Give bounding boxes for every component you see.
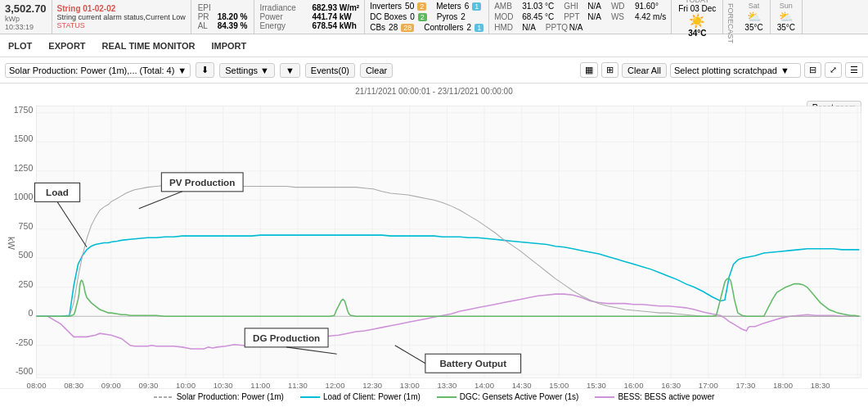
devices-block: Inverters 50 2 Meters 6 1 DC Boxes 0 2 P… — [365, 0, 489, 34]
toolbar: Solar Production: Power (1m),... (Total:… — [0, 57, 868, 84]
fullscreen-btn[interactable]: ⤢ — [825, 62, 842, 78]
svg-text:750: 750 — [19, 221, 34, 231]
scratchpad-label: Select plotting scratchpad — [674, 66, 777, 75]
power-value: 3,502.70 — [5, 2, 47, 15]
status-string: String 01-02-02 — [57, 4, 186, 13]
svg-text:15:00: 15:00 — [549, 381, 569, 388]
legend-load: Load of Client: Power (1m) — [300, 392, 421, 401]
svg-text:1250: 1250 — [14, 163, 34, 173]
top-bar: 3,502.70 kWp 10:33:19 String 01-02-02 St… — [0, 0, 868, 34]
nav-import[interactable]: IMPORT — [209, 41, 248, 51]
status-desc: String current alarm status,Current Low — [57, 13, 186, 21]
menu-btn[interactable]: ☰ — [845, 62, 863, 78]
epi-block: EPI PR 18.20 % AL 84.39 % — [191, 0, 255, 34]
download2-btn[interactable]: ▼ — [280, 63, 300, 78]
svg-text:08:00: 08:00 — [27, 381, 47, 388]
events-btn[interactable]: Events(0) — [305, 63, 355, 78]
legend-bess: BESS: BESS active power — [595, 392, 714, 401]
nav-export[interactable]: EXPORT — [47, 41, 87, 51]
al-label: AL — [198, 21, 214, 30]
status-label-text: STATUS — [57, 21, 186, 29]
pr-value: 18.20 % — [218, 12, 248, 21]
svg-text:1000: 1000 — [14, 192, 34, 201]
svg-text:09:00: 09:00 — [101, 381, 121, 388]
clear-all-btn[interactable]: Clear All — [622, 63, 667, 78]
scratchpad-select[interactable]: Select plotting scratchpad ▼ — [670, 63, 801, 78]
svg-text:16:30: 16:30 — [661, 381, 681, 388]
svg-text:-500: -500 — [16, 366, 33, 376]
chart-title: 21/11/2021 00:00:01 - 23/11/2021 00:00:0… — [0, 84, 868, 97]
svg-text:16:00: 16:00 — [624, 381, 644, 388]
power-unit: kWp — [5, 15, 47, 23]
svg-text:18:00: 18:00 — [773, 381, 793, 388]
irradiance-block: Irradiance682.93 W/m² Power441.74 kW Ene… — [254, 0, 365, 34]
svg-text:12:00: 12:00 — [326, 381, 345, 388]
selector-label: Solar Production: Power (1m),... (Total:… — [9, 66, 174, 75]
legend-dg: DGC: Gensets Active Power (1s) — [437, 392, 579, 401]
svg-text:17:00: 17:00 — [699, 381, 718, 388]
svg-text:13:00: 13:00 — [400, 381, 420, 388]
forecast-sun: Sun ⛅ 35°C — [771, 0, 803, 34]
pr-label: PR — [198, 12, 214, 21]
svg-text:08:30: 08:30 — [64, 381, 83, 388]
svg-text:15:30: 15:30 — [587, 381, 606, 388]
svg-text:13:30: 13:30 — [437, 381, 456, 388]
weather-block: TODAY Fri 03 Dec ☀️ 34°C — [672, 0, 723, 34]
svg-text:14:00: 14:00 — [474, 381, 494, 388]
download-btn[interactable]: ⬇ — [196, 62, 214, 78]
status-block: String 01-02-02 String current alarm sta… — [52, 0, 191, 34]
battery-annotation-label: Battery Output — [439, 359, 506, 369]
svg-text:11:00: 11:00 — [250, 381, 270, 388]
svg-text:1750: 1750 — [14, 105, 34, 115]
svg-text:17:30: 17:30 — [735, 381, 755, 388]
svg-text:500: 500 — [19, 250, 34, 260]
svg-text:12:30: 12:30 — [362, 381, 382, 388]
time-display: 10:33:19 — [5, 23, 47, 31]
chart-area: Reset zoom kW 1750 1500 1250 1000 750 50… — [0, 97, 868, 388]
svg-text:10:00: 10:00 — [176, 381, 196, 388]
svg-text:-250: -250 — [16, 337, 33, 347]
svg-text:1500: 1500 — [14, 133, 34, 143]
legend-solar: Solar Production: Power (1m) — [154, 392, 284, 401]
filter-btn[interactable]: ⊟ — [804, 62, 821, 78]
forecast-block: FORECAST Sat ⛅ 35°C Sun ⛅ 35°C — [723, 0, 803, 34]
svg-text:0: 0 — [28, 308, 33, 318]
chart-svg: 1750 1500 1250 1000 750 500 250 0 -250 -… — [0, 97, 868, 388]
nav-realtime[interactable]: REAL TIME MONITOR — [101, 41, 197, 51]
forecast-sat: Sat ⛅ 35°C — [738, 0, 770, 34]
al-value: 84.39 % — [218, 21, 248, 30]
pv-annotation-label: PV Production — [169, 178, 235, 188]
toolbar-right: ▦ ⊞ Clear All Select plotting scratchpad… — [580, 62, 863, 78]
svg-text:11:30: 11:30 — [288, 381, 308, 388]
svg-rect-10 — [37, 106, 861, 378]
svg-text:09:30: 09:30 — [138, 381, 158, 388]
svg-text:14:30: 14:30 — [512, 381, 532, 388]
env-block: AMB 31.03 °C GHI N/A WD 91.60° MOD 68.45… — [489, 0, 672, 34]
settings-btn[interactable]: Settings ▼ — [219, 63, 275, 78]
y-axis: 1750 1500 1250 1000 750 500 250 0 -250 -… — [14, 105, 34, 376]
load-annotation-label: Load — [46, 188, 69, 197]
bar-chart-btn[interactable]: ▦ — [580, 62, 598, 78]
svg-text:10:30: 10:30 — [214, 381, 233, 388]
power-cell: 3,502.70 kWp 10:33:19 — [0, 0, 52, 34]
svg-text:18:30: 18:30 — [811, 381, 830, 388]
nav-bar: PLOT EXPORT REAL TIME MONITOR IMPORT — [0, 34, 868, 57]
x-axis: 08:00 08:30 09:00 09:30 10:00 10:30 11:0… — [27, 381, 830, 388]
clear-btn[interactable]: Clear — [360, 63, 393, 78]
legend: Solar Production: Power (1m) Load of Cli… — [0, 388, 868, 405]
selector-dropdown[interactable]: Solar Production: Power (1m),... (Total:… — [5, 63, 191, 78]
svg-text:250: 250 — [19, 279, 34, 289]
dg-annotation-label: DG Production — [253, 333, 320, 343]
grid-chart-btn[interactable]: ⊞ — [601, 62, 618, 78]
chart-wrapper: 21/11/2021 00:00:01 - 23/11/2021 00:00:0… — [0, 84, 868, 403]
nav-plot[interactable]: PLOT — [7, 41, 34, 51]
